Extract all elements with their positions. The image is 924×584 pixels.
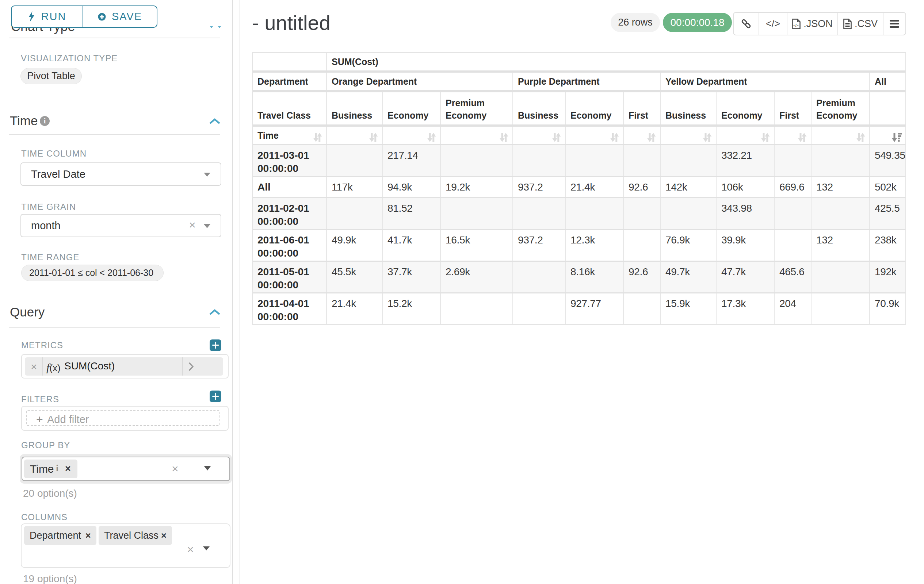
svg-text:</>: </> — [794, 23, 799, 27]
